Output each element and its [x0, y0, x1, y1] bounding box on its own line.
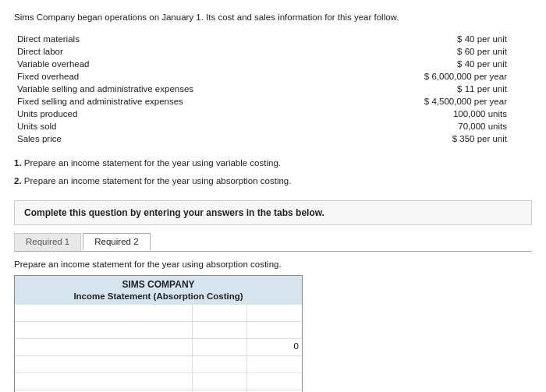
is-row: 0	[15, 339, 302, 356]
q2-num: 2.	[14, 176, 22, 185]
is-row-label	[15, 305, 193, 321]
cost-label: Direct labor	[16, 46, 282, 57]
cost-label: Fixed selling and administrative expense…	[16, 96, 282, 107]
cost-label: Units produced	[16, 108, 282, 119]
cost-label: Sales price	[16, 133, 282, 144]
tab-content-label: Prepare an income statement for the year…	[14, 260, 532, 269]
is-row-label	[15, 339, 193, 355]
is-row-val2[interactable]: 0	[247, 339, 302, 355]
cost-value: $ 60 per unit	[284, 46, 530, 57]
is-row	[15, 322, 302, 339]
is-row-val2[interactable]	[247, 373, 302, 390]
tab-2-label: Required 2	[94, 237, 138, 246]
is-row-label	[15, 373, 193, 390]
cost-value: $ 11 per unit	[284, 83, 530, 94]
is-row-val1[interactable]	[193, 322, 247, 338]
page-container: Sims Company began operations on January…	[0, 0, 546, 392]
q2-text: Prepare an income statement for the year…	[24, 176, 292, 185]
cost-label: Direct materials	[16, 34, 282, 44]
cost-value: $ 4,500,000 per year	[284, 96, 530, 107]
questions-section: 1. Prepare an income statement for the y…	[14, 155, 532, 189]
is-row-label	[15, 356, 193, 373]
cost-value: 100,000 units	[284, 108, 530, 119]
instruction-text: Complete this question by entering your …	[24, 207, 324, 218]
cost-value: 70,000 units	[284, 121, 530, 132]
q1-text: Prepare an income statement for the year…	[24, 158, 281, 168]
tab-1-label: Required 1	[26, 237, 69, 246]
cost-value: $ 40 per unit	[284, 58, 530, 69]
instruction-box: Complete this question by entering your …	[14, 200, 532, 225]
is-company-name: SIMS COMPANY	[15, 276, 302, 291]
income-statement-box: SIMS COMPANY Income Statement (Absorptio…	[14, 275, 303, 392]
is-rows: 0$0	[15, 305, 302, 392]
cost-label: Variable overhead	[16, 58, 282, 69]
is-row-val1[interactable]	[193, 339, 247, 355]
is-row-val1[interactable]	[193, 305, 247, 321]
is-row	[15, 373, 302, 390]
is-row-label	[15, 322, 193, 338]
is-row-val2[interactable]	[247, 305, 302, 321]
tab-required-1[interactable]: Required 1	[14, 233, 81, 251]
is-row	[15, 305, 302, 322]
cost-value: $ 40 per unit	[284, 34, 530, 44]
is-title: Income Statement (Absorption Costing)	[15, 291, 302, 305]
tab-required-2[interactable]: Required 2	[83, 233, 150, 251]
is-row-val1[interactable]	[193, 373, 247, 390]
question-2: 2. Prepare an income statement for the y…	[14, 173, 532, 189]
cost-value: $ 6,000,000 per year	[284, 71, 530, 82]
is-row-val2[interactable]	[247, 356, 302, 373]
cost-data-table: Direct materials$ 40 per unitDirect labo…	[14, 32, 532, 146]
intro-text: Sims Company began operations on January…	[14, 11, 532, 24]
q1-num: 1.	[14, 158, 22, 168]
cost-value: $ 350 per unit	[284, 133, 530, 144]
cost-label: Variable selling and administrative expe…	[16, 83, 282, 94]
is-row	[15, 356, 302, 373]
is-row-val2[interactable]	[247, 322, 302, 338]
tabs-row: Required 1 Required 2	[14, 233, 532, 252]
cost-label: Units sold	[16, 121, 282, 132]
question-1: 1. Prepare an income statement for the y…	[14, 155, 532, 171]
cost-label: Fixed overhead	[16, 71, 282, 82]
is-row-val1[interactable]	[193, 356, 247, 373]
